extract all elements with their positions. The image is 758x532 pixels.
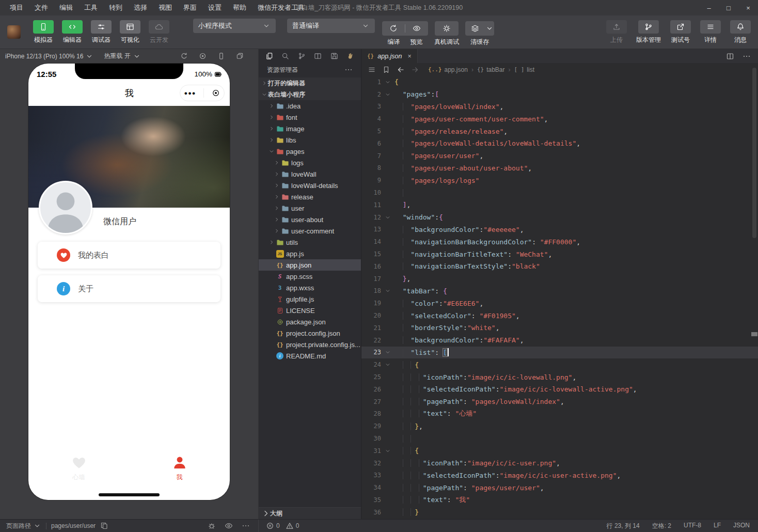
menubar-item-9[interactable]: 帮助 — [227, 0, 252, 15]
tab-app-json[interactable]: {} app.json × — [361, 49, 418, 63]
tree-folder-release[interactable]: release — [259, 191, 361, 202]
tree-file-package.json[interactable]: package.json — [259, 316, 361, 327]
outline-icon[interactable] — [368, 66, 376, 74]
windows-icon[interactable] — [236, 52, 244, 60]
debug-icon[interactable] — [208, 522, 216, 530]
code-line-29[interactable]: 29 }, — [361, 420, 758, 432]
encoding[interactable]: UTF-8 — [684, 522, 701, 530]
tree-file-gulpfile.js[interactable]: gulpfile.js — [259, 293, 361, 305]
tree-folder-loveWall[interactable]: loveWall — [259, 168, 361, 180]
code-line-12[interactable]: 12 "window":{ — [361, 211, 758, 224]
fold-chevron-icon[interactable] — [381, 448, 394, 453]
avatar[interactable] — [39, 181, 92, 234]
tree-section-1[interactable]: 表白墙小程序 — [259, 89, 361, 100]
tree-folder-image[interactable]: image — [259, 123, 361, 134]
toolbar-phone-button[interactable]: 模拟器 — [33, 20, 54, 44]
code-line-6[interactable]: 6 "pages/loveWall-details/loveWall-detai… — [361, 137, 758, 150]
fold-chevron-icon[interactable] — [381, 362, 394, 367]
forward-icon[interactable] — [411, 66, 419, 74]
tree-folder-.idea[interactable]: .idea — [259, 100, 361, 112]
record-icon[interactable] — [199, 52, 207, 60]
code-line-36[interactable]: 36 } — [361, 506, 758, 519]
tree-section-0[interactable]: 打开的编辑器 — [259, 77, 361, 89]
code-line-1[interactable]: 1{ — [361, 76, 758, 88]
code-line-21[interactable]: 21 "borderStyle":"white", — [361, 322, 758, 334]
indent-setting[interactable]: 空格: 2 — [652, 522, 671, 530]
mode-select[interactable]: 小程序模式 — [193, 19, 276, 33]
fold-chevron-icon[interactable] — [381, 288, 394, 293]
phone-simulator[interactable]: 12:55 100% 我 ●●● — [28, 64, 230, 500]
menubar-item-10[interactable]: 微信开发者工具 — [252, 0, 310, 15]
menubar-item-2[interactable]: 编辑 — [54, 0, 78, 15]
code-line-5[interactable]: 5 "pages/release/release", — [361, 125, 758, 137]
code-line-15[interactable]: 15 "navigationBarTitleText": "WeChat", — [361, 248, 758, 260]
tree-file-app.json[interactable]: {}app.json — [259, 259, 361, 271]
menubar-item-1[interactable]: 文件 — [29, 0, 54, 15]
toolbar-branch-button[interactable]: 版本管理 — [636, 20, 661, 44]
tree-folder-user-comment[interactable]: user-comment — [259, 225, 361, 237]
search-icon[interactable] — [281, 52, 289, 60]
code-line-31[interactable]: 31 { — [361, 445, 758, 457]
device-selector[interactable]: iPhone 12/13 (Pro) 100% 16 — [5, 52, 93, 60]
close-icon[interactable]: × — [408, 53, 412, 60]
hot-reload-toggle[interactable]: 热重载 开 — [104, 52, 140, 60]
cursor-position[interactable]: 行 23, 列 14 — [607, 522, 640, 530]
code-line-14[interactable]: 14 "navigationBarBackgroundColor": "#FF0… — [361, 236, 758, 248]
toolbar-visual-button[interactable]: 可视化 — [120, 20, 140, 44]
tree-folder-pages[interactable]: pages — [259, 146, 361, 157]
eol-setting[interactable]: LF — [714, 522, 721, 530]
tree-file-app.wxss[interactable]: 3app.wxss — [259, 282, 361, 293]
tree-file-project.config.json[interactable]: {}project.config.json — [259, 327, 361, 339]
bookmark-icon[interactable] — [382, 66, 390, 74]
split-icon[interactable] — [314, 52, 322, 60]
code-line-23[interactable]: 23 "list": [ — [361, 347, 758, 359]
exit-icon[interactable] — [212, 89, 220, 97]
tree-folder-libs[interactable]: libs — [259, 134, 361, 146]
code-line-35[interactable]: 35 "text": "我" — [361, 494, 758, 506]
code-line-16[interactable]: 16 "navigationBarTextStyle":"black" — [361, 260, 758, 273]
tree-folder-font[interactable]: font — [259, 112, 361, 123]
page-path-selector[interactable]: 页面路径 — [6, 522, 41, 530]
fold-chevron-icon[interactable] — [381, 92, 394, 97]
toolbar-code-button[interactable]: 编辑器 — [62, 20, 83, 44]
phone-tab-active[interactable]: 我 — [129, 448, 230, 489]
tree-folder-user-about[interactable]: user-about — [259, 214, 361, 225]
hand-icon[interactable] — [346, 52, 354, 60]
user-avatar[interactable] — [7, 25, 21, 39]
fold-chevron-icon[interactable] — [381, 80, 394, 85]
toolbar-tuner-button[interactable]: 调试器 — [91, 20, 112, 44]
more-icon[interactable] — [242, 522, 250, 530]
scrollbar[interactable] — [752, 68, 756, 238]
profile-menu-item-0[interactable]: 我的表白 — [38, 242, 220, 269]
menubar-item-4[interactable]: 转到 — [103, 0, 128, 15]
code-line-33[interactable]: 33 "selectedIconPath":"image/ic/ic-user-… — [361, 470, 758, 482]
breadcrumb-item-app.json[interactable]: {..}app.json — [428, 66, 468, 73]
toolbar-external-button[interactable]: 测试号 — [670, 20, 691, 44]
code-line-17[interactable]: 17 }, — [361, 273, 758, 285]
branch-icon[interactable] — [298, 52, 306, 60]
toolbar-bell-button[interactable]: 消息 — [730, 20, 751, 44]
code-line-13[interactable]: 13 "backgroundColor":"#eeeeee", — [361, 224, 758, 236]
code-line-22[interactable]: 22 "backgroundColor":"#FAFAFA", — [361, 334, 758, 347]
close-button[interactable]: × — [738, 0, 758, 15]
breadcrumb-item-tabBar[interactable]: {}tabBar — [477, 66, 505, 73]
compile-mode-select[interactable]: 普通编译 — [287, 19, 375, 33]
copy-icon[interactable] — [100, 522, 108, 530]
preview-button[interactable] — [405, 21, 428, 36]
clear-cache-button[interactable]: 清缓存 — [465, 21, 494, 46]
code-line-7[interactable]: 7 "pages/user/user", — [361, 150, 758, 162]
code-line-32[interactable]: 32 "iconPath":"image/ic/ic-user.png", — [361, 457, 758, 470]
compile-button[interactable] — [382, 21, 405, 36]
menubar-item-0[interactable]: 项目 — [4, 0, 29, 15]
profile-menu-item-1[interactable]: i关于 — [38, 275, 220, 302]
minimize-button[interactable]: – — [699, 0, 719, 15]
toolbar-listlines-button[interactable]: 详情 — [700, 20, 721, 44]
menubar-item-5[interactable]: 选择 — [128, 0, 153, 15]
code-line-26[interactable]: 26 "selectedIconPath":"image/ic/ic-lovew… — [361, 383, 758, 396]
code-line-18[interactable]: 18 "tabBar": { — [361, 285, 758, 298]
tree-file-app.scss[interactable]: Sapp.scss — [259, 271, 361, 282]
mini-program-capsule[interactable]: ●●● — [180, 85, 225, 101]
breadcrumb-item-list[interactable]: [ ]list — [514, 66, 534, 73]
outline-section[interactable]: 大纲 — [259, 507, 361, 519]
code-line-4[interactable]: 4 "pages/user-comment/user-comment", — [361, 113, 758, 125]
